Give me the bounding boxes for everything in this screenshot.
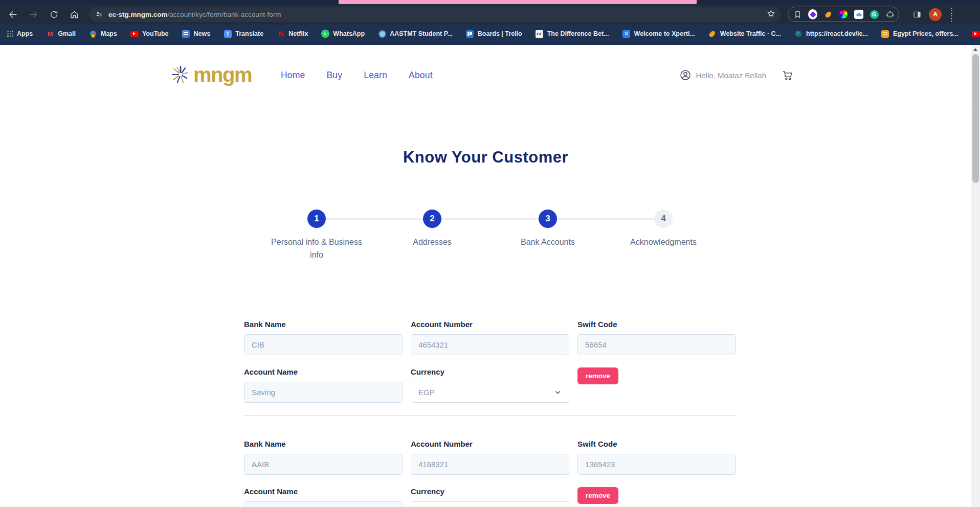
color-wheel-extension-icon[interactable]: [839, 10, 848, 19]
currency-select-1[interactable]: EGP: [411, 382, 569, 403]
scrollbar-thumb[interactable]: [972, 54, 979, 183]
react-atom-icon: [794, 30, 803, 38]
scrollbar-up-arrow[interactable]: [973, 48, 977, 51]
swift-code-field-1: Swift Code: [577, 320, 736, 355]
bookmark-star-icon[interactable]: [767, 9, 775, 20]
step-personal-info[interactable]: 1 Personal info & Business info: [259, 210, 374, 262]
step-bank-accounts[interactable]: 3 Bank Accounts: [490, 210, 606, 262]
traffic-flame-icon: [708, 30, 717, 38]
account-number-field-2: Account Number: [411, 440, 569, 475]
currency-select-2[interactable]: EGP: [411, 501, 569, 507]
account-number-label: Account Number: [411, 320, 569, 329]
news-icon: [182, 30, 190, 38]
account-name-input-2[interactable]: [244, 501, 403, 507]
browser-toolbar: ec-stg.mngm.com/account/kyc/form/bank-ac…: [0, 4, 980, 25]
browser-menu-icon[interactable]: ⋮⋮: [948, 7, 955, 22]
step-circle-4[interactable]: 4: [654, 210, 673, 228]
bank-name-input-1[interactable]: [244, 334, 403, 355]
step-circle-2[interactable]: 2: [423, 210, 441, 228]
back-button[interactable]: [5, 7, 20, 22]
account-number-field-1: Account Number: [411, 320, 569, 355]
currency-value-1: EGP: [418, 388, 435, 397]
trello-icon: [466, 30, 474, 38]
bookmark-manager-icon[interactable]: [793, 10, 802, 19]
account-number-input-1[interactable]: [411, 334, 569, 355]
bookmark-netflix[interactable]: NNetflix: [277, 30, 308, 38]
step-label-2: Addresses: [413, 236, 452, 249]
extension-orange-icon[interactable]: [823, 10, 833, 19]
remove-bank-button-2[interactable]: remove: [577, 487, 618, 504]
address-bar[interactable]: ec-stg.mngm.com/account/kyc/form/bank-ac…: [89, 7, 781, 22]
nav-buy[interactable]: Buy: [326, 70, 342, 81]
maps-pin-icon: [89, 30, 97, 38]
bookmark-youtube[interactable]: YouTube: [130, 30, 169, 38]
bookmark-whatsapp[interactable]: WhatsApp: [321, 30, 365, 38]
nav-home[interactable]: Home: [281, 70, 305, 81]
bookmark-aastmt[interactable]: AASTMT Student P...: [378, 30, 453, 38]
brand-logo[interactable]: mngm: [171, 64, 252, 85]
bookmark-difference[interactable]: CFThe Difference Bet...: [536, 30, 609, 38]
bank-block-1: Bank Name Account Number Swift Code Acco…: [244, 320, 736, 415]
extensions-pill: G: [788, 7, 899, 22]
cloud-extension-icon[interactable]: [854, 10, 863, 19]
user-greeting: Hello, Moataz Bellah: [696, 71, 766, 80]
bookmark-translate[interactable]: TTranslate: [224, 30, 263, 38]
bookmark-arabic-tutorial[interactable]: [ Arabic Tutorial Cr...: [972, 30, 980, 38]
swift-code-input-1[interactable]: [577, 334, 736, 355]
currency-label: Currency: [411, 487, 569, 496]
bank-accounts-form: Bank Name Account Number Swift Code Acco…: [244, 320, 736, 507]
account-number-input-2[interactable]: [411, 454, 569, 475]
extensions-icon[interactable]: [885, 10, 894, 19]
page-scrollbar[interactable]: [971, 45, 980, 507]
bookmark-trello[interactable]: Boards | Trello: [466, 30, 522, 38]
nav-learn[interactable]: Learn: [364, 70, 387, 81]
bookmark-website-traffic[interactable]: Website Traffic - C...: [708, 30, 781, 38]
netflix-icon: N: [277, 30, 285, 38]
starburst-icon: [171, 64, 190, 85]
step-circle-3[interactable]: 3: [539, 210, 557, 228]
site-header: mngm Home Buy Learn About Hello, Moataz …: [0, 45, 971, 105]
bookmark-maps[interactable]: Maps: [89, 30, 117, 38]
url-host: ec-stg.mngm.com: [108, 11, 168, 18]
home-button[interactable]: [66, 7, 82, 22]
profile-avatar[interactable]: A: [929, 8, 942, 21]
swift-code-label: Swift Code: [577, 440, 736, 448]
bank-name-field-2: Bank Name: [244, 440, 403, 475]
bookmarks-bar: Apps MGmail Maps YouTube News TTranslate…: [0, 25, 980, 43]
active-tab-accent[interactable]: [339, 0, 697, 4]
grammarly-icon[interactable]: G: [870, 10, 879, 19]
step-acknowledgments[interactable]: 4 Acknowledgments: [606, 210, 721, 262]
xperti-icon: X: [622, 30, 631, 38]
step-addresses[interactable]: 2 Addresses: [374, 210, 490, 262]
remove-bank-button-1[interactable]: remove: [577, 367, 618, 384]
bookmark-apps[interactable]: Apps: [7, 30, 33, 37]
swift-code-input-2[interactable]: [577, 454, 736, 475]
bookmark-xperti[interactable]: XWelcome to Xperti...: [622, 30, 695, 38]
bookmark-gmail[interactable]: MGmail: [46, 30, 76, 38]
bookmark-news[interactable]: News: [182, 30, 211, 38]
account-name-field-2: Account Name: [244, 487, 403, 507]
step-label-4: Acknowledgments: [630, 236, 697, 249]
account-name-label: Account Name: [244, 487, 403, 496]
side-panel-icon[interactable]: [912, 10, 922, 19]
aastmt-icon: [378, 30, 386, 38]
cart-icon[interactable]: [782, 69, 794, 81]
forward-button[interactable]: [26, 7, 41, 22]
main-nav: Home Buy Learn About: [281, 45, 433, 105]
apps-grid-icon: [7, 31, 13, 37]
site-settings-icon[interactable]: [95, 10, 103, 18]
user-icon[interactable]: [679, 69, 692, 81]
account-name-input-1[interactable]: [244, 382, 403, 403]
bookmark-egypt-prices[interactable]: Egypt Prices, offers...: [881, 30, 959, 38]
bank-name-input-2[interactable]: [244, 454, 403, 475]
step-circle-1[interactable]: 1: [307, 210, 326, 228]
translate-icon: T: [224, 30, 232, 38]
step-label-3: Bank Accounts: [521, 236, 575, 249]
swift-code-label: Swift Code: [577, 320, 736, 329]
reload-button[interactable]: [46, 7, 61, 22]
nav-about[interactable]: About: [409, 70, 433, 81]
bookmark-react[interactable]: https://react.dev/le...: [794, 30, 868, 38]
bank-name-field-1: Bank Name: [244, 320, 403, 355]
egypt-prices-icon: [881, 30, 889, 38]
extension-purple-icon[interactable]: [808, 10, 817, 19]
